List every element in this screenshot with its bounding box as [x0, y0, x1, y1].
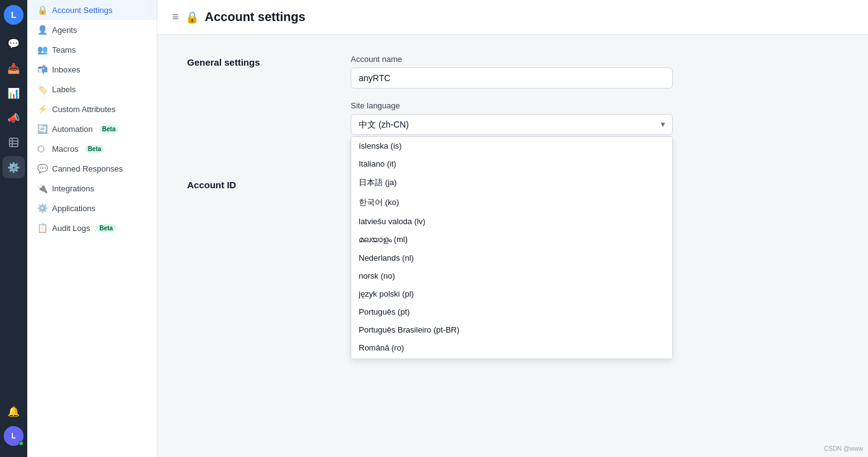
campaigns-icon[interactable]: 📣: [2, 107, 25, 129]
sidebar-label-custom-attributes: Custom Attributes: [52, 105, 116, 114]
site-language-label: Site language: [351, 101, 673, 110]
page-title: Account settings: [205, 10, 305, 24]
settings-sidebar: 🔒 Account Settings 👤 Agents 👥 Teams 📬 In…: [27, 0, 157, 457]
icon-rail: L 💬 📥 📊 📣 ⚙️ 🔔 L: [0, 0, 27, 457]
sidebar-item-canned-responses[interactable]: 💬 Canned Responses: [27, 159, 157, 178]
agents-icon: 👤: [37, 25, 47, 35]
help-center-icon[interactable]: [2, 131, 25, 154]
sidebar-item-custom-attributes[interactable]: ⚡ Custom Attributes: [27, 99, 157, 119]
inboxes-icon: 📬: [37, 64, 47, 74]
sidebar-label-agents: Agents: [52, 25, 77, 35]
sidebar-label-account-settings: Account Settings: [52, 6, 113, 15]
sidebar-item-audit-logs[interactable]: 📋 Audit Logs Beta: [27, 218, 157, 238]
sidebar-item-applications[interactable]: ⚙️ Applications: [27, 198, 157, 218]
sidebar-item-teams[interactable]: 👥 Teams: [27, 40, 157, 59]
sidebar-item-integrations[interactable]: 🔌 Integrations: [27, 178, 157, 198]
automation-icon: 🔄: [37, 124, 47, 134]
main-content: ≡ 🔒 Account settings General settings Ac…: [157, 0, 868, 457]
dropdown-item-pt-BR[interactable]: Português Brasileiro (pt-BR): [351, 321, 672, 339]
dropdown-item-ro[interactable]: Română (ro): [351, 339, 672, 357]
account-settings-icon: 🔒: [37, 5, 47, 15]
account-name-group: Account name: [351, 54, 673, 89]
app-logo[interactable]: L: [4, 5, 24, 25]
page-header: ≡ 🔒 Account settings: [157, 0, 868, 35]
dropdown-item-ko[interactable]: 한국어 (ko): [351, 193, 672, 212]
watermark: CSDN @www: [824, 445, 863, 452]
dropdown-item-ja[interactable]: 日本語 (ja): [351, 173, 672, 193]
integrations-icon: 🔌: [37, 183, 47, 193]
sidebar-label-labels: Labels: [52, 85, 76, 94]
notifications-icon[interactable]: 🔔: [2, 400, 25, 422]
account-id-label: Account ID: [187, 177, 311, 190]
sidebar-label-integrations: Integrations: [52, 184, 94, 193]
site-language-select-wrapper: 中文 (zh-CN) ▼ íslenska (is) Italiano (it)…: [351, 114, 673, 135]
dropdown-item-pt[interactable]: Português (pt): [351, 303, 672, 321]
custom-attributes-icon: ⚡: [37, 104, 47, 114]
account-name-input[interactable]: [351, 67, 673, 89]
dropdown-item-is[interactable]: íslenska (is): [351, 137, 672, 155]
account-name-label: Account name: [351, 54, 673, 64]
site-language-select[interactable]: 中文 (zh-CN): [351, 114, 673, 135]
dropdown-item-ru[interactable]: русский (ru): [351, 357, 672, 359]
site-language-group: Site language 中文 (zh-CN) ▼ íslenska (is)…: [351, 101, 673, 135]
dropdown-item-ml[interactable]: മലയാളം (ml): [351, 230, 672, 249]
canned-responses-icon: 💬: [37, 163, 47, 173]
labels-icon: 🏷️: [37, 84, 47, 94]
dropdown-item-no[interactable]: norsk (no): [351, 267, 672, 285]
online-dot: [19, 441, 24, 446]
general-settings-label: General settings: [187, 54, 311, 147]
macros-icon: ⬡: [37, 144, 47, 154]
header-menu-icon[interactable]: ≡: [172, 11, 179, 24]
sidebar-item-macros[interactable]: ⬡ Macros Beta: [27, 139, 157, 159]
general-settings-form: Account name Site language 中文 (zh-CN) ▼ …: [351, 54, 673, 147]
sidebar-item-agents[interactable]: 👤 Agents: [27, 20, 157, 40]
sidebar-label-teams: Teams: [52, 45, 76, 54]
sidebar-label-automation: Automation: [52, 124, 93, 134]
sidebar-item-automation[interactable]: 🔄 Automation Beta: [27, 119, 157, 139]
macros-badge: Beta: [85, 145, 105, 153]
sidebar-item-labels[interactable]: 🏷️ Labels: [27, 79, 157, 99]
sidebar-item-account-settings[interactable]: 🔒 Account Settings: [27, 0, 157, 20]
applications-icon: ⚙️: [37, 203, 47, 213]
general-settings-section: General settings Account name Site langu…: [187, 54, 838, 147]
reports-icon[interactable]: 📊: [2, 82, 25, 104]
contacts-icon[interactable]: 📥: [2, 57, 25, 79]
dropdown-item-nl[interactable]: Nederlands (nl): [351, 249, 672, 267]
dropdown-item-pl[interactable]: język polski (pl): [351, 285, 672, 303]
dropdown-item-it[interactable]: Italiano (it): [351, 155, 672, 173]
sidebar-label-audit-logs: Audit Logs: [52, 224, 90, 233]
audit-logs-icon: 📋: [37, 223, 47, 233]
teams-icon: 👥: [37, 45, 47, 54]
sidebar-label-applications: Applications: [52, 204, 95, 213]
sidebar-label-macros: Macros: [52, 144, 79, 154]
automation-badge: Beta: [99, 125, 119, 133]
user-avatar[interactable]: L: [4, 426, 24, 446]
svg-rect-0: [9, 138, 18, 147]
settings-content: General settings Account name Site langu…: [157, 35, 868, 457]
sidebar-item-inboxes[interactable]: 📬 Inboxes: [27, 59, 157, 79]
language-dropdown-list: íslenska (is) Italiano (it) 日本語 (ja) 한국어…: [351, 136, 673, 359]
sidebar-label-canned-responses: Canned Responses: [52, 164, 123, 173]
audit-logs-badge: Beta: [96, 224, 116, 232]
dropdown-item-lv[interactable]: latviešu valoda (lv): [351, 212, 672, 230]
header-lock-icon: 🔒: [185, 11, 199, 24]
settings-icon[interactable]: ⚙️: [2, 156, 25, 178]
conversations-icon[interactable]: 💬: [2, 32, 25, 54]
sidebar-label-inboxes: Inboxes: [52, 65, 81, 74]
